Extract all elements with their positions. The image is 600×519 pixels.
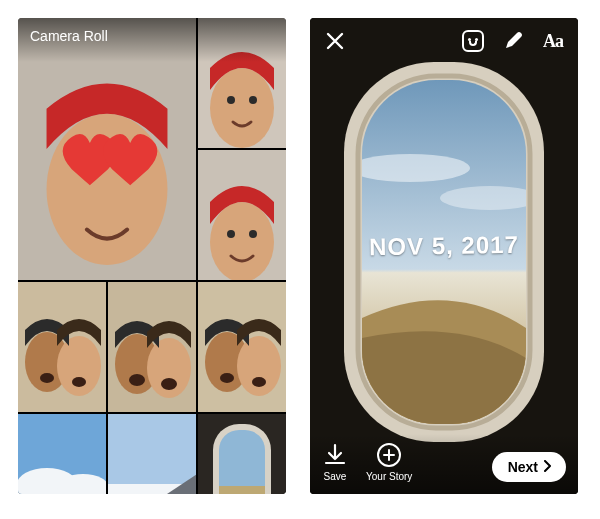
svg-point-40 — [350, 154, 470, 182]
your-story-label: Your Story — [366, 471, 412, 482]
camera-roll-screen: Camera Roll — [18, 18, 286, 494]
svg-point-9 — [249, 230, 257, 238]
photo-two-friends-3[interactable] — [198, 282, 286, 412]
photo-selfie-red-beanie-2[interactable] — [198, 150, 286, 280]
close-icon[interactable] — [322, 28, 348, 54]
svg-rect-34 — [219, 430, 265, 494]
your-story-button[interactable]: Your Story — [366, 442, 412, 482]
next-button[interactable]: Next — [492, 452, 566, 482]
camera-roll-grid[interactable] — [18, 18, 286, 494]
camera-roll-title: Camera Roll — [30, 28, 108, 44]
chevron-right-icon — [542, 459, 552, 475]
camera-roll-header[interactable]: Camera Roll — [18, 18, 286, 62]
svg-point-18 — [129, 374, 145, 386]
svg-point-41 — [440, 186, 540, 210]
svg-rect-35 — [219, 486, 265, 494]
draw-icon[interactable] — [500, 28, 526, 54]
save-label: Save — [324, 471, 347, 482]
text-tool-button[interactable]: Aa — [540, 28, 566, 54]
svg-point-7 — [210, 202, 274, 280]
svg-rect-29 — [108, 414, 196, 484]
svg-point-24 — [252, 377, 266, 387]
photo-airplane-wing[interactable] — [108, 414, 196, 494]
story-editor-screen: NOV 5, 2017 Aa Save Your Story — [310, 18, 578, 494]
svg-point-23 — [220, 373, 234, 383]
svg-point-3 — [210, 68, 274, 148]
photo-two-friends-2[interactable] — [108, 282, 196, 412]
svg-point-14 — [72, 377, 86, 387]
photo-sky-clouds[interactable] — [18, 414, 106, 494]
sticker-icon[interactable] — [460, 28, 486, 54]
next-label: Next — [508, 459, 538, 475]
svg-point-19 — [161, 378, 177, 390]
date-stamp-sticker[interactable]: NOV 5, 2017 — [369, 231, 519, 262]
save-button[interactable]: Save — [322, 442, 348, 482]
svg-point-13 — [40, 373, 54, 383]
svg-point-4 — [227, 96, 235, 104]
svg-point-8 — [227, 230, 235, 238]
photo-airplane-window-thumb[interactable] — [198, 414, 286, 494]
photo-two-friends-1[interactable] — [18, 282, 106, 412]
svg-point-5 — [249, 96, 257, 104]
